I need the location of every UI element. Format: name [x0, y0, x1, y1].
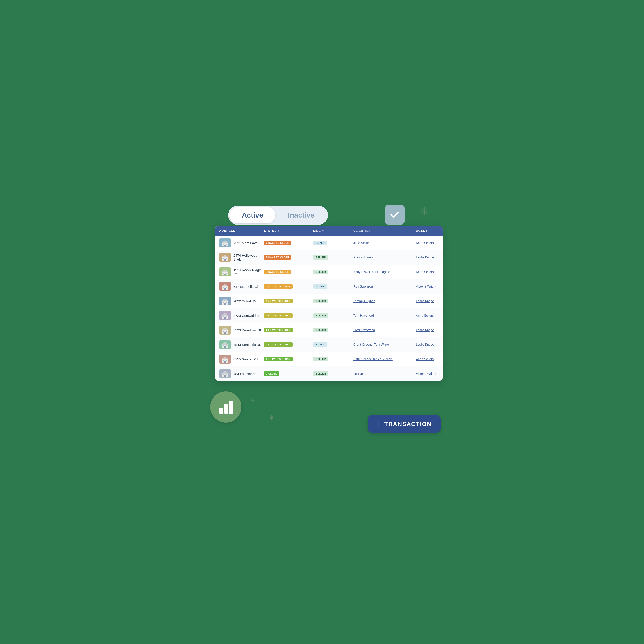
side-cell: SELLER — [313, 313, 353, 318]
address-text: 2474 Hollywood Blvd. — [233, 254, 264, 261]
agent-cell: Leslie Knope — [416, 328, 443, 332]
client-link[interactable]: Andy Dwyer, April Ludgate — [353, 270, 390, 274]
address-text: 7843 Seminole Dr. — [233, 343, 261, 347]
address-text: 7832 Selkirk Dr. — [233, 299, 257, 303]
svg-rect-40 — [223, 316, 224, 317]
agent-link[interactable]: Leslie Knope — [416, 343, 434, 346]
add-transaction-button[interactable]: + TRANSACTION — [368, 415, 441, 433]
svg-rect-19 — [223, 273, 224, 274]
agent-cell: Victoria Wright — [416, 372, 443, 376]
sort-arrow-status: ▼ — [278, 230, 280, 232]
client-link[interactable]: Phillip Holmes — [353, 256, 373, 259]
table-row[interactable]: 2474 Hollywood Blvd. 5 DAYS TO CLOSE SEL… — [215, 250, 443, 265]
svg-rect-54 — [223, 345, 224, 346]
agent-link[interactable]: Victoria Wright — [416, 372, 436, 375]
property-thumbnail — [219, 297, 231, 305]
status-cell: 5 DAYS TO CLOSE — [264, 255, 313, 260]
table-row[interactable]: 784 Lakeshore... ...CLOSE SELLER Lu Youn… — [215, 366, 443, 381]
clients-cell: Ron Swanson — [353, 284, 416, 288]
clients-cell: Grant Greene, Tom White — [353, 343, 416, 347]
toggle-tabs: Active Inactive — [228, 206, 328, 225]
client-link[interactable]: Tammy Hughes — [353, 299, 375, 303]
client-link[interactable]: Grant Greene, Tom White — [353, 343, 389, 346]
client-link[interactable]: Ron Swanson — [353, 285, 373, 288]
agent-link[interactable]: Leslie Knope — [416, 328, 434, 332]
table-row[interactable]: 6755 Saulter Rd. 25 DAYS TO CLOSE SELLER… — [215, 352, 443, 366]
sparkle-icon: ⬧ — [268, 410, 275, 423]
property-thumbnail — [219, 355, 231, 364]
client-link[interactable]: June Smith — [353, 241, 369, 245]
side-cell: SELLER — [313, 299, 353, 303]
side-badge: BUYER — [313, 241, 327, 245]
status-cell: 2 DAYS TO CLOSE — [264, 241, 313, 245]
svg-rect-41 — [226, 316, 227, 317]
tab-inactive[interactable]: Inactive — [275, 207, 327, 223]
th-clients: CLIENT(S) — [353, 229, 416, 233]
client-link[interactable]: Lu Young — [353, 372, 366, 375]
svg-rect-53 — [224, 346, 226, 348]
svg-rect-47 — [223, 331, 224, 332]
agent-link[interactable]: Leslie Knope — [416, 299, 434, 303]
table-row[interactable]: 4723 Cotswold Ln. 16 DAYS TO CLOSE SELLE… — [215, 308, 443, 323]
property-thumbnail — [219, 238, 231, 247]
svg-rect-12 — [223, 258, 224, 259]
table-row[interactable]: 7843 Seminole Dr. 24 DAYS TO CLOSE BUYER… — [215, 337, 443, 352]
side-cell: SELLER — [313, 328, 353, 332]
svg-rect-6 — [226, 244, 227, 245]
agent-cell: Leslie Knope — [416, 299, 443, 303]
svg-rect-26 — [223, 287, 224, 288]
address-text: 4723 Cotswold Ln. — [233, 314, 261, 318]
agent-cell: Leslie Knope — [416, 343, 443, 347]
svg-rect-5 — [223, 244, 224, 245]
svg-rect-4 — [224, 245, 226, 246]
address-text: 2331 Morris Ave. — [233, 241, 258, 245]
agent-cell: Anna Sellers — [416, 314, 443, 318]
status-badge: ...CLOSE — [264, 371, 279, 376]
table-row[interactable]: 1914 Rocky Ridge Rd. 7 DAYS TO CLOSE SEL… — [215, 265, 443, 279]
svg-rect-34 — [226, 302, 227, 303]
client-link[interactable]: Tom Haverford — [353, 314, 374, 317]
table-row[interactable]: 7832 Selkirk Dr. 15 DAYS TO CLOSE SELLER… — [215, 294, 443, 308]
table-row[interactable]: 2331 Morris Ave. 2 DAYS TO CLOSE BUYER J… — [215, 236, 443, 250]
side-cell: SELLER — [313, 255, 353, 260]
agent-link[interactable]: Anna Sellers — [416, 241, 434, 245]
side-cell: BUYER — [313, 241, 353, 245]
client-link[interactable]: Paul Nichols, Janice Nichols — [353, 357, 393, 361]
status-cell: 25 DAYS TO CLOSE — [264, 357, 313, 361]
side-badge: SELLER — [313, 371, 328, 376]
svg-rect-62 — [226, 360, 227, 361]
table-row[interactable]: 3529 Broadway St. 23 DAYS TO CLOSE SELLE… — [215, 323, 443, 337]
th-status[interactable]: STATUS ▼ — [264, 229, 313, 233]
small-plus-icon: + — [250, 396, 255, 405]
side-badge: SELLER — [313, 299, 328, 303]
agent-link[interactable]: Anna Sellers — [416, 314, 434, 317]
agent-link[interactable]: Anna Sellers — [416, 270, 434, 274]
svg-rect-27 — [226, 287, 227, 288]
address-text: 6755 Saulter Rd. — [233, 357, 259, 361]
agent-link[interactable]: Victoria Wright — [416, 285, 436, 288]
side-cell: BUYER — [313, 284, 353, 289]
status-badge: 15 DAYS TO CLOSE — [264, 299, 293, 303]
asterisk-icon: ✳ — [419, 205, 429, 218]
client-link[interactable]: Fred Armstrong — [353, 328, 375, 332]
side-badge: SELLER — [313, 270, 328, 274]
th-side[interactable]: SIDE ▼ — [313, 229, 353, 233]
side-badge: BUYER — [313, 342, 327, 347]
property-thumbnail — [219, 326, 231, 335]
property-thumbnail — [219, 267, 231, 276]
agent-link[interactable]: Leslie Knope — [416, 256, 434, 259]
agent-link[interactable]: Anna Sellers — [416, 357, 434, 361]
status-badge: 25 DAYS TO CLOSE — [264, 357, 293, 361]
status-badge: 2 DAYS TO CLOSE — [264, 241, 291, 245]
status-badge: 24 DAYS TO CLOSE — [264, 342, 293, 347]
svg-rect-48 — [226, 331, 227, 332]
clients-cell: Tom Haverford — [353, 314, 416, 318]
address-text: 1914 Rocky Ridge Rd. — [233, 268, 264, 276]
tab-active[interactable]: Active — [229, 207, 275, 223]
svg-rect-13 — [226, 258, 227, 259]
address-cell: 7843 Seminole Dr. — [219, 340, 264, 349]
status-cell: ...CLOSE — [264, 371, 313, 376]
table-row[interactable]: 347 Magnolia Cir. 11 DAYS TO CLOSE BUYER… — [215, 279, 443, 294]
clients-cell: Andy Dwyer, April Ludgate — [353, 270, 416, 274]
side-cell: SELLER — [313, 357, 353, 361]
